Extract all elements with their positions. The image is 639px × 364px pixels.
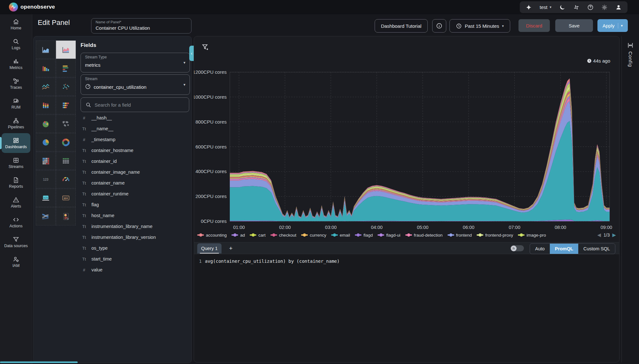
add-query-button[interactable]: + — [226, 243, 236, 254]
field-item[interactable]: Ttcontainer_hostname — [81, 145, 189, 156]
sidebar-item-traces[interactable]: Traces — [0, 74, 32, 94]
legend-item-checkout[interactable]: checkout — [270, 233, 296, 238]
app-root: openobserve test ▾ — [0, 0, 639, 364]
field-item[interactable]: #value — [81, 264, 189, 275]
sidebar-item-rum[interactable]: RUM — [0, 94, 32, 113]
legend-prev-icon[interactable]: ◀ — [597, 232, 601, 238]
legend-item-flagd[interactable]: flagd — [355, 233, 373, 238]
stream-select[interactable]: Stream container_cpu_utilization ▾ — [81, 74, 190, 95]
chart-type-html[interactable]: </> — [36, 189, 56, 207]
chart-type-pie[interactable] — [36, 133, 56, 151]
legend-item-currency[interactable]: currency — [301, 233, 326, 238]
slack-icon[interactable] — [573, 4, 580, 11]
legend-item-accounting[interactable]: accounting — [197, 233, 227, 238]
fields-collapse-button[interactable]: ‹ — [189, 46, 194, 61]
stream-caret-icon: ▾ — [183, 82, 185, 87]
field-item[interactable]: Ttinstrumentation_library_version — [81, 232, 189, 243]
stream-type-select[interactable]: Stream Type metrics ▾ — [81, 53, 190, 72]
legend-item-frontend-proxy[interactable]: frontend-proxy — [477, 233, 513, 238]
field-item[interactable]: Ttcontainer_id — [81, 156, 189, 167]
chart-type-bar[interactable] — [36, 59, 56, 77]
field-item[interactable]: Ttflag — [81, 199, 189, 210]
chart-type-line[interactable] — [36, 78, 56, 96]
page-title: Edit Panel — [38, 19, 70, 27]
sidebar-item-metrics[interactable]: Metrics — [0, 54, 32, 74]
openobserve-logo[interactable]: openobserve — [9, 3, 55, 11]
chart-type-stacked-area[interactable] — [56, 41, 76, 59]
sidebar-item-iam[interactable]: IAM — [0, 252, 32, 272]
chart-type-h-stacked-bar[interactable] — [56, 96, 76, 114]
legend-item-flagd-ui[interactable]: flagd-ui — [378, 233, 400, 238]
sidebar-item-actions[interactable]: Actions — [0, 212, 32, 232]
fx-toggle[interactable]: fx — [510, 245, 524, 251]
sidebar-item-home[interactable]: Home — [0, 14, 32, 34]
ai-sparkle-icon[interactable] — [526, 4, 532, 11]
chart-type-metric-text[interactable]: 123 — [36, 170, 56, 188]
legend-item-email[interactable]: email — [331, 233, 350, 238]
field-item[interactable]: Tthost_name — [81, 210, 189, 221]
sidebar-item-logs[interactable]: Logs — [0, 34, 32, 54]
chart-type-world-map[interactable] — [56, 115, 76, 133]
horizontal-scrollbar[interactable] — [0, 361, 78, 363]
chart-type-markdown[interactable]: M — [56, 189, 76, 207]
sidebar-item-streams[interactable]: Streams — [0, 153, 32, 173]
save-button[interactable]: Save — [555, 19, 593, 32]
chart-type-sankey[interactable] — [36, 207, 56, 225]
legend-item-cart[interactable]: cart — [250, 233, 266, 238]
apply-button[interactable]: Apply ▾ — [597, 19, 628, 32]
field-item[interactable]: Ttcontainer_runtime — [81, 188, 189, 199]
legend-label: frontend — [456, 233, 472, 238]
chart-type-stacked-bar[interactable] — [36, 96, 56, 114]
field-item[interactable]: Ttinstrumentation_library_name — [81, 221, 189, 232]
sidebar-item-alerts[interactable]: Alerts — [0, 193, 32, 212]
panel-name-input[interactable]: Name of Panel* Container CPU Utilization — [91, 18, 191, 34]
help-icon[interactable] — [587, 4, 594, 11]
query-tab[interactable]: Query 1 — [197, 243, 222, 254]
field-item[interactable]: #_timestamp — [81, 134, 189, 145]
discard-button[interactable]: Discard — [518, 19, 550, 32]
field-name: container_hostname — [91, 148, 133, 153]
field-item[interactable]: Ttcontainer_name — [81, 178, 189, 188]
field-item[interactable]: Tt__name__ — [81, 123, 189, 134]
apply-caret-icon[interactable]: ▾ — [618, 24, 623, 28]
chart-type-area[interactable] — [36, 41, 56, 59]
sidebar: HomeLogsMetricsTracesRUMPipelinesDashboa… — [0, 14, 32, 364]
dark-mode-icon[interactable] — [559, 4, 565, 11]
time-range-button[interactable]: Past 15 Minutes ▾ — [449, 19, 510, 33]
mode-promql[interactable]: PromQL — [550, 244, 578, 254]
chart-type-geomap[interactable] — [36, 115, 56, 133]
field-item[interactable]: Ttcontainer_image_name — [81, 167, 189, 178]
info-button[interactable] — [432, 19, 446, 33]
query-editor[interactable]: 1 avg(container_cpu_utilization) by (con… — [194, 254, 619, 362]
field-search-input[interactable]: Search for a field — [81, 97, 189, 112]
profile-icon[interactable] — [615, 4, 622, 11]
settings-icon[interactable] — [601, 4, 608, 11]
sidebar-item-data-sources[interactable]: Data sources — [0, 232, 32, 252]
legend-next-icon[interactable]: ▶ — [612, 232, 616, 238]
sidebar-item-pipelines[interactable]: Pipelines — [0, 113, 32, 133]
chart-type-custom-chart[interactable] — [56, 207, 76, 225]
sidebar-item-dashboards[interactable]: Dashboards — [2, 133, 30, 153]
org-selector[interactable]: test ▾ — [540, 4, 551, 10]
field-item[interactable]: Ttos_type — [81, 243, 189, 254]
chart-type-h-bar[interactable] — [56, 59, 76, 77]
legend-item-ad[interactable]: ad — [231, 233, 245, 238]
chart-type-gauge[interactable] — [56, 170, 76, 188]
config-tab[interactable]: Config — [621, 36, 639, 362]
legend-item-image-pro[interactable]: image-pro — [518, 233, 546, 238]
mode-auto[interactable]: Auto — [530, 244, 550, 254]
mode-custom-sql[interactable]: Custom SQL — [578, 244, 615, 254]
chart-type-donut[interactable] — [56, 133, 76, 151]
cpu-chart[interactable]: 0CPU cores200CPU cores400CPU cores600CPU… — [194, 36, 619, 244]
legend-item-fraud-detection[interactable]: fraud-detection — [405, 233, 443, 238]
chart-type-heatmap[interactable] — [36, 152, 56, 170]
sidebar-item-reports[interactable]: Reports — [0, 173, 32, 193]
field-item[interactable]: #__hash__ — [81, 112, 189, 123]
dashboard-tutorial-button[interactable]: Dashboard Tutorial — [375, 19, 428, 33]
chart-type-table[interactable] — [56, 152, 76, 170]
legend-item-frontend[interactable]: frontend — [448, 233, 472, 238]
svg-text:400CPU cores: 400CPU cores — [195, 169, 227, 174]
field-item[interactable]: Ttstart_time — [81, 254, 189, 264]
chart-type-scatter[interactable] — [56, 78, 76, 96]
funnel-icon — [12, 236, 19, 243]
